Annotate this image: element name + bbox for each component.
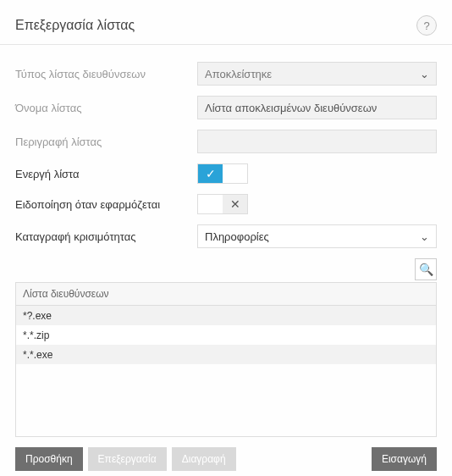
label-active: Ενεργή λίστα: [15, 168, 197, 180]
row-type: Τύπος λίστας διευθύνσεων Αποκλείστηκε ⌄: [15, 62, 437, 86]
row-severity: Καταγραφή κρισιμότητας Πληροφορίες ⌄: [15, 224, 437, 248]
help-icon: ?: [423, 19, 429, 32]
toggle-notify[interactable]: ✕: [197, 194, 248, 214]
toggle-off-side: [223, 164, 247, 183]
select-type-value: Αποκλείστηκε: [205, 68, 272, 80]
dialog: Επεξεργασία λίστας ? Τύπος λίστας διευθύ…: [0, 0, 452, 476]
list-item-text: *.*.exe: [23, 349, 52, 361]
header: Επεξεργασία λίστας ?: [0, 0, 452, 45]
cross-icon: ✕: [223, 195, 247, 213]
add-button[interactable]: Προσθήκη: [15, 447, 83, 471]
search-button[interactable]: 🔍: [415, 258, 437, 280]
search-icon: 🔍: [419, 263, 433, 276]
select-severity[interactable]: Πληροφορίες ⌄: [197, 224, 437, 248]
chevron-down-icon: ⌄: [420, 68, 429, 80]
list-header: Λίστα διευθύνσεων: [15, 282, 437, 306]
select-severity-value: Πληροφορίες: [205, 230, 269, 243]
list-item[interactable]: *.*.exe: [16, 345, 436, 364]
list-header-label: Λίστα διευθύνσεων: [23, 288, 109, 300]
help-button[interactable]: ?: [416, 15, 437, 36]
list-item-text: *?.exe: [23, 310, 52, 322]
toggle-active[interactable]: ✓: [197, 163, 248, 184]
import-button[interactable]: Εισαγωγή: [372, 447, 437, 471]
delete-button: Διαγραφή: [172, 447, 236, 471]
input-name-value: Λίστα αποκλεισμένων διευθύνσεων: [205, 102, 377, 114]
list-body[interactable]: *?.exe *.*.zip *.*.exe: [15, 306, 437, 437]
row-name: Όνομα λίστας Λίστα αποκλεισμένων διευθύν…: [15, 96, 437, 119]
button-row: Προσθήκη Επεξεργασία Διαγραφή Εισαγωγή: [15, 447, 437, 471]
chevron-down-icon: ⌄: [420, 230, 429, 243]
list-item-text: *.*.zip: [23, 329, 49, 341]
label-name: Όνομα λίστας: [15, 102, 197, 114]
body: Τύπος λίστας διευθύνσεων Αποκλείστηκε ⌄ …: [0, 45, 452, 476]
search-wrap: 🔍: [15, 258, 437, 280]
label-desc: Περιγραφή λίστας: [15, 136, 197, 148]
label-type: Τύπος λίστας διευθύνσεων: [15, 68, 197, 80]
input-desc[interactable]: [197, 130, 437, 153]
row-notify: Ειδοποίηση όταν εφαρμόζεται ✕: [15, 194, 437, 214]
label-severity: Καταγραφή κρισιμότητας: [15, 230, 197, 243]
toggle-on-side: [198, 195, 223, 213]
row-desc: Περιγραφή λίστας: [15, 130, 437, 153]
label-notify: Ειδοποίηση όταν εφαρμόζεται: [15, 198, 197, 211]
page-title: Επεξεργασία λίστας: [15, 18, 135, 33]
select-type[interactable]: Αποκλείστηκε ⌄: [197, 62, 437, 86]
edit-button: Επεξεργασία: [88, 447, 167, 471]
row-active: Ενεργή λίστα ✓: [15, 163, 437, 184]
input-name[interactable]: Λίστα αποκλεισμένων διευθύνσεων: [197, 96, 437, 119]
check-icon: ✓: [198, 164, 223, 183]
list-item[interactable]: *.*.zip: [16, 325, 436, 345]
list-item[interactable]: *?.exe: [16, 306, 436, 325]
